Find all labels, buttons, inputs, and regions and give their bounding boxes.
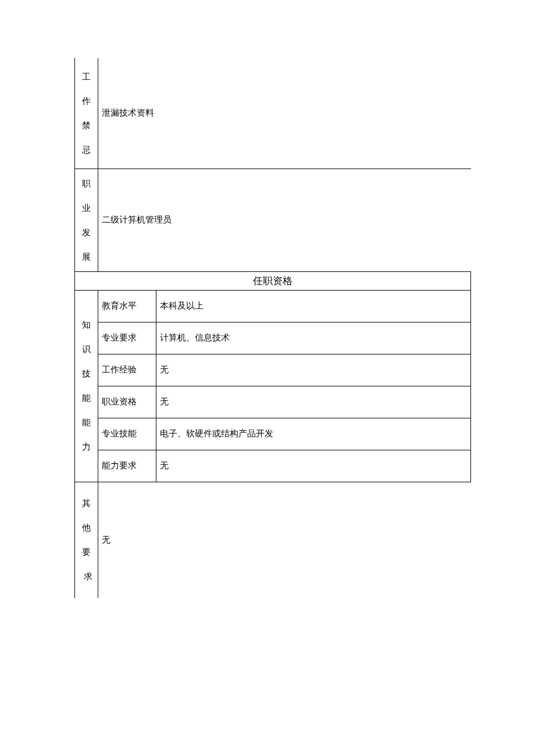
education-label: 教育水平 <box>98 290 156 322</box>
career-dev-value: 二级计笲机管理员 <box>98 169 471 271</box>
experience-label: 工作经验 <box>98 354 156 386</box>
cert-value: 无 <box>156 386 471 418</box>
experience-value: 无 <box>156 354 471 386</box>
cert-label: 职业资格 <box>98 386 156 418</box>
work-taboo-label: 工 作 禁 忌 <box>75 58 98 169</box>
job-spec-table: 工 作 禁 忌 泄漏技术资料 职 业 发 展 二级计笲机管理员 任职资格 知 识… <box>74 58 471 598</box>
education-value: 本科及以上 <box>156 290 471 322</box>
qualification-header: 任职资格 <box>75 271 471 290</box>
skill-value: 电子、软硬件或结构产品开发 <box>156 418 471 450</box>
ability-label: 能力要求 <box>98 450 156 482</box>
career-dev-label: 职 业 发 展 <box>75 169 98 271</box>
major-value: 计算机、信息技术 <box>156 322 471 354</box>
work-taboo-value: 泄漏技术资料 <box>98 58 471 169</box>
ability-value: 无 <box>156 450 471 482</box>
skill-label: 专业技能 <box>98 418 156 450</box>
knowledge-skill-label: 知 识 技 能 能 力 <box>75 290 98 482</box>
other-req-label: 其 他 要 求 <box>75 482 98 598</box>
major-label: 专业要求 <box>98 322 156 354</box>
other-req-value: 无 <box>98 482 471 598</box>
